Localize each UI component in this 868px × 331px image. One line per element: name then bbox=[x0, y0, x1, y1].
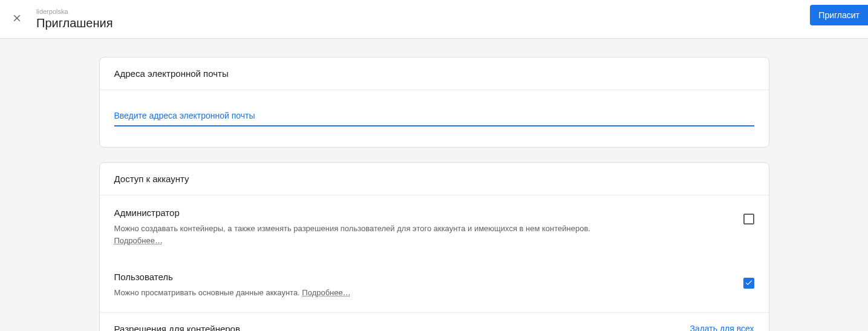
role-user-learn-more[interactable]: Подробнее… bbox=[302, 288, 350, 297]
page-title: Приглашения bbox=[36, 16, 113, 30]
role-admin-title: Администратор bbox=[114, 208, 731, 218]
email-card-body bbox=[100, 90, 769, 147]
checkmark-icon bbox=[745, 278, 753, 289]
role-admin-text: Администратор Можно создавать контейнеры… bbox=[114, 208, 731, 246]
title-wrap: liderpolska Приглашения bbox=[36, 8, 113, 30]
container-permissions-label: Разрешения для контейнеров bbox=[114, 324, 240, 332]
breadcrumb: liderpolska bbox=[36, 8, 113, 15]
content: Адреса электронной почты Доступ к аккаун… bbox=[87, 57, 782, 331]
role-admin: Администратор Можно создавать контейнеры… bbox=[100, 195, 769, 260]
role-admin-desc-text: Можно создавать контейнеры, а также изме… bbox=[114, 224, 590, 233]
invite-button[interactable]: Пригласит bbox=[810, 5, 868, 25]
close-icon bbox=[11, 13, 22, 25]
close-button[interactable] bbox=[10, 12, 24, 27]
role-admin-desc: Можно создавать контейнеры, а также изме… bbox=[114, 223, 731, 246]
access-card: Доступ к аккаунту Администратор Можно со… bbox=[99, 162, 769, 331]
email-card: Адреса электронной почты bbox=[99, 57, 769, 148]
role-user-desc: Можно просматривать основные данные акка… bbox=[114, 287, 731, 299]
role-user-text: Пользователь Можно просматривать основны… bbox=[114, 272, 731, 299]
container-permissions-row: Разрешения для контейнеров Задать для вс… bbox=[100, 312, 769, 332]
email-input[interactable] bbox=[114, 107, 754, 126]
email-card-title: Адреса электронной почты bbox=[100, 57, 769, 90]
set-all-button[interactable]: Задать для всех bbox=[690, 324, 754, 331]
role-user-desc-text: Можно просматривать основные данные акка… bbox=[114, 288, 302, 297]
role-user-checkbox[interactable] bbox=[743, 278, 754, 289]
top-bar: liderpolska Приглашения Пригласит bbox=[0, 0, 868, 39]
role-user-title: Пользователь bbox=[114, 272, 731, 282]
role-admin-learn-more[interactable]: Подробнее… bbox=[114, 236, 163, 245]
role-admin-checkbox[interactable] bbox=[743, 214, 754, 224]
role-user: Пользователь Можно просматривать основны… bbox=[100, 260, 769, 312]
access-card-title: Доступ к аккаунту bbox=[100, 163, 769, 195]
